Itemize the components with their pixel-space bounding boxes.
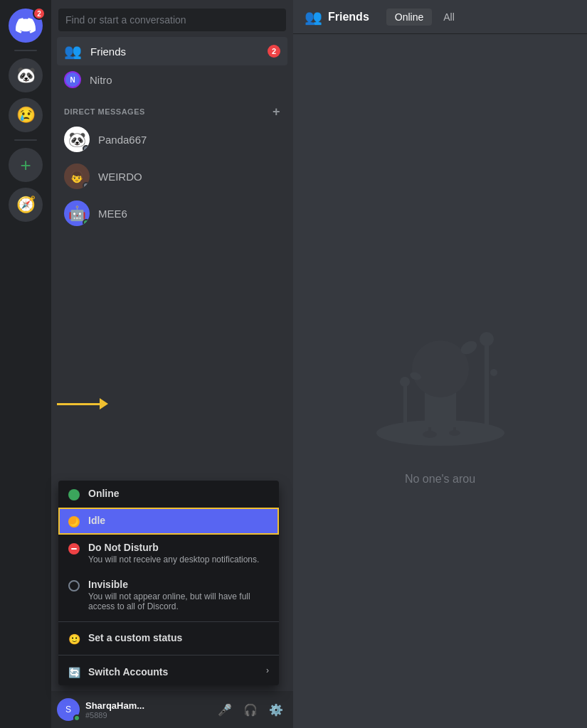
- custom-status-icon: 🙂: [68, 633, 80, 645]
- switch-icon: 🔄: [68, 667, 80, 678]
- user-controls: 🎤 🎧 ⚙️: [213, 698, 287, 721]
- svg-rect-13: [453, 427, 456, 433]
- status-option-dnd[interactable]: Do Not Disturb You will not receive any …: [58, 535, 279, 572]
- status-option-online[interactable]: Online: [58, 481, 279, 508]
- dnd-desc: You will not receive any desktop notific…: [88, 555, 259, 564]
- dm-name-weirdo: WEIRDO: [98, 171, 142, 183]
- status-divider-2: [58, 655, 279, 655]
- search-bar[interactable]: Find or start a conversation: [58, 9, 286, 31]
- idle-status-text: Idle: [88, 515, 105, 526]
- svg-rect-5: [403, 383, 407, 433]
- status-divider-1: [58, 621, 279, 622]
- dm-panel: Find or start a conversation 👥 Friends 2…: [51, 0, 293, 728]
- dm-name-panda667: Panda667: [98, 134, 147, 146]
- user-panel: S SharqaHam... #5889 🎤 🎧 ⚙️: [51, 691, 293, 728]
- user-status-dot: [73, 714, 80, 722]
- friends-badge: 2: [268, 45, 280, 58]
- svg-point-6: [400, 377, 410, 387]
- nitro-nav-item[interactable]: N Nitro: [57, 65, 287, 94]
- settings-button[interactable]: ⚙️: [265, 698, 287, 721]
- server-divider-2: [14, 139, 37, 141]
- custom-status-label: Set a custom status: [88, 632, 182, 643]
- svg-point-9: [490, 369, 497, 376]
- dm-item-weirdo[interactable]: 👦 WEIRDO: [57, 158, 287, 195]
- friends-icon: 👥: [64, 43, 82, 60]
- server-divider: [14, 50, 37, 51]
- custom-status-text: Set a custom status: [88, 632, 182, 643]
- idle-label: Idle: [88, 515, 105, 526]
- tab-all[interactable]: All: [435, 9, 463, 26]
- idle-status-icon: 🌙: [68, 516, 80, 528]
- friends-nav-item[interactable]: 👥 Friends 2: [57, 37, 287, 65]
- invisible-desc: You will not appear online, but will hav…: [88, 592, 269, 611]
- status-option-custom[interactable]: 🙂 Set a custom status: [58, 625, 279, 652]
- friends-header-icon: 👥: [305, 9, 322, 26]
- user-info: SharqaHam... #5889: [85, 700, 208, 719]
- user-avatar-wrap: S: [57, 698, 80, 721]
- home-button[interactable]: 2: [9, 9, 43, 43]
- nitro-label: Nitro: [90, 74, 112, 86]
- tab-online[interactable]: Online: [386, 9, 432, 26]
- invisible-label: Invisible: [88, 579, 269, 590]
- dm-avatar-mee6: 🤖: [64, 200, 90, 226]
- empty-state-illustration: [362, 277, 519, 461]
- main-header-title: 👥 Friends: [305, 9, 369, 26]
- nav-list: 👥 Friends 2 N Nitro: [51, 37, 293, 94]
- empty-state-text: No one's arou: [405, 473, 475, 486]
- dnd-status-text: Do Not Disturb You will not receive any …: [88, 542, 259, 564]
- server-icon-emoji[interactable]: 😢: [9, 98, 43, 132]
- friends-label: Friends: [90, 46, 126, 58]
- home-notification-badge: 2: [33, 7, 46, 20]
- dm-item-mee6[interactable]: 🤖 MEE6: [57, 195, 287, 232]
- dm-item-panda667[interactable]: 🐼 Panda667: [57, 121, 287, 158]
- svg-rect-3: [485, 341, 489, 433]
- switch-chevron-icon: ›: [266, 665, 269, 675]
- mute-button[interactable]: 🎤: [213, 698, 236, 721]
- status-dot-panda667: [83, 145, 90, 152]
- status-dot-weirdo: [83, 182, 90, 189]
- dnd-label: Do Not Disturb: [88, 542, 259, 553]
- dm-section-label: DIRECT MESSAGES: [64, 107, 145, 116]
- header-friends-label: Friends: [328, 11, 369, 23]
- main-content: 👥 Friends Online All: [293, 0, 587, 728]
- server-icon-panda[interactable]: 🐼: [9, 58, 43, 92]
- server-sidebar: 2 🐼 😢 + 🧭: [0, 0, 51, 728]
- user-name: SharqaHam...: [85, 700, 208, 711]
- deafen-button[interactable]: 🎧: [239, 698, 262, 721]
- search-placeholder: Find or start a conversation: [65, 14, 186, 26]
- main-header: 👥 Friends Online All: [293, 0, 587, 34]
- status-dot-mee6: [83, 219, 90, 226]
- user-tag: #5889: [85, 711, 208, 719]
- status-dropdown: Online 🌙 Idle Do Not Disturb You will no…: [58, 481, 279, 685]
- online-status-text: Online: [88, 488, 120, 499]
- add-server-button[interactable]: +: [9, 148, 43, 182]
- dnd-status-icon: [68, 543, 80, 555]
- dm-section-header: DIRECT MESSAGES +: [51, 94, 293, 121]
- dm-avatar-panda667: 🐼: [64, 127, 90, 152]
- explore-button[interactable]: 🧭: [9, 188, 43, 222]
- svg-point-2: [412, 341, 469, 397]
- add-dm-button[interactable]: +: [273, 105, 280, 118]
- dm-avatar-weirdo: 👦: [64, 164, 90, 189]
- invisible-status-icon: [68, 580, 80, 592]
- dm-name-mee6: MEE6: [98, 208, 127, 220]
- status-option-switch[interactable]: 🔄 Switch Accounts ›: [58, 658, 279, 685]
- main-body: No one's arou: [293, 34, 587, 728]
- online-label: Online: [88, 488, 120, 499]
- header-tabs: Online All: [386, 9, 463, 26]
- nitro-icon: N: [64, 71, 81, 88]
- svg-rect-11: [428, 427, 431, 434]
- invisible-status-text: Invisible You will not appear online, bu…: [88, 579, 269, 611]
- switch-accounts-label: Switch Accounts: [88, 666, 168, 678]
- status-option-invisible[interactable]: Invisible You will not appear online, bu…: [58, 572, 279, 619]
- status-option-idle[interactable]: 🌙 Idle: [58, 508, 279, 535]
- svg-point-4: [480, 332, 494, 346]
- online-status-icon: [68, 489, 80, 500]
